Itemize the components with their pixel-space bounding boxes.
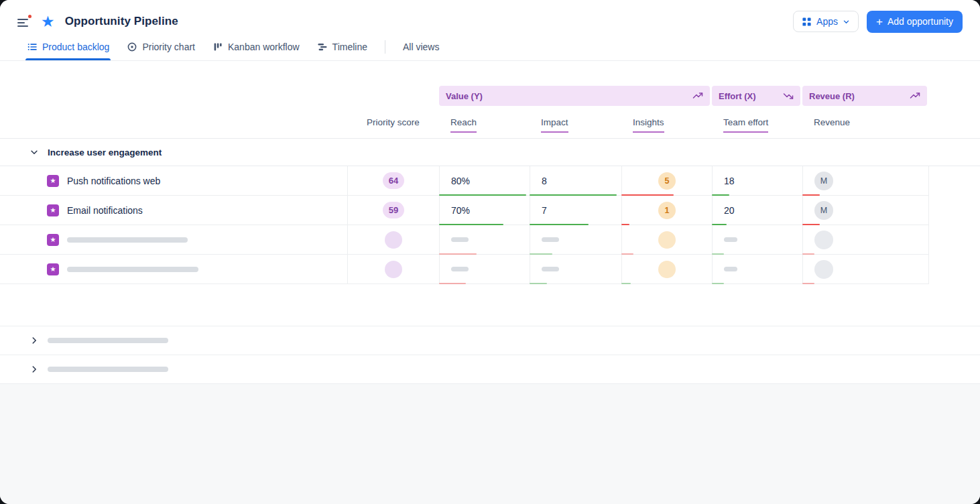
priority-score-cell: 64: [347, 166, 439, 196]
opportunity-star-icon: ★: [47, 175, 59, 187]
chevron-down-icon: [29, 147, 39, 157]
table-row[interactable]: ★ Push notifications web 64 80% 8 5 18: [0, 166, 929, 196]
reach-cell[interactable]: 70%: [439, 196, 530, 225]
cell-trend-line: [530, 283, 547, 284]
column-header-reach[interactable]: Reach: [439, 112, 530, 133]
opportunity-star-icon: ★: [47, 263, 59, 275]
apps-button-label: Apps: [816, 16, 838, 27]
tab-divider: [385, 40, 385, 54]
tab-kanban-workflow[interactable]: Kanban workflow: [212, 34, 300, 60]
priority-score-badge: 59: [383, 202, 404, 218]
add-opportunity-button[interactable]: + Add opportunity: [867, 11, 963, 33]
skeleton-insights-badge: [658, 261, 676, 278]
opportunity-star-icon: ★: [47, 234, 59, 246]
trend-down-icon: [783, 90, 794, 101]
reach-cell[interactable]: 80%: [439, 166, 530, 196]
insights-cell: [621, 255, 712, 284]
reach-cell: [439, 225, 530, 255]
team-effort-cell[interactable]: 18: [712, 166, 802, 196]
insights-cell: [621, 225, 712, 255]
column-group-value[interactable]: Value (Y): [439, 86, 710, 106]
priority-score-cell: [347, 255, 439, 284]
column-group-label: Effort (X): [719, 91, 756, 101]
revenue-cell: [802, 225, 929, 255]
sidebar-menu-button[interactable]: [17, 15, 31, 27]
header-top-bar: ★ Opportunity Pipeline Apps + Add opport…: [0, 0, 980, 34]
apps-button[interactable]: Apps: [793, 11, 859, 32]
table-row-loading[interactable]: ★: [0, 225, 929, 255]
add-opportunity-label: Add opportunity: [887, 16, 953, 27]
view-tabs: Product backlog Priority chart Kanban wo…: [0, 34, 980, 60]
insights-cell[interactable]: 5: [621, 166, 712, 196]
insights-badge: 1: [658, 202, 676, 219]
app-window: ★ Opportunity Pipeline Apps + Add opport…: [0, 0, 980, 504]
page-title: Opportunity Pipeline: [65, 15, 178, 28]
team-effort-cell: [712, 255, 802, 284]
insights-cell[interactable]: 1: [621, 196, 712, 225]
cell-trend-line: [712, 283, 724, 284]
cell-trend-line: [621, 283, 631, 284]
column-header-insights[interactable]: Insights: [621, 112, 712, 133]
revenue-badge: M: [814, 201, 833, 220]
workspace-star-icon: ★: [41, 14, 55, 29]
header-right: Apps + Add opportunity: [793, 11, 963, 33]
team-effort-cell: [712, 225, 802, 255]
table-row-loading[interactable]: ★: [0, 255, 929, 284]
trend-up-icon: [692, 90, 703, 101]
table-row[interactable]: ★ Email notifications 59 70% 7 1 20: [0, 196, 929, 225]
trend-up-icon: [910, 90, 920, 101]
app-header: ★ Opportunity Pipeline Apps + Add opport…: [0, 0, 980, 61]
column-group-effort[interactable]: Effort (X): [712, 86, 800, 106]
skeleton-value: [724, 237, 737, 242]
tab-label: All views: [403, 42, 439, 52]
tab-product-backlog[interactable]: Product backlog: [27, 34, 109, 60]
opportunity-name-cell[interactable]: ★ Push notifications web: [0, 166, 347, 196]
notification-dot: [27, 13, 33, 19]
tab-label: Kanban workflow: [228, 42, 300, 52]
priority-score-cell: 59: [347, 196, 439, 225]
target-icon: [127, 42, 137, 52]
band-spacer: [0, 86, 439, 106]
skeleton-value: [451, 267, 469, 271]
team-effort-cell[interactable]: 20: [712, 196, 802, 225]
group-title: Increase user engagement: [48, 147, 162, 158]
skeleton-value: [724, 267, 737, 271]
collapsed-group-row[interactable]: [0, 355, 980, 383]
column-header-impact[interactable]: Impact: [530, 112, 621, 133]
skeleton-value: [542, 267, 559, 271]
revenue-cell[interactable]: M: [802, 196, 929, 225]
column-group-revenue[interactable]: Reveue (R): [802, 86, 927, 106]
column-header-team-effort[interactable]: Team effort: [712, 112, 802, 133]
collapsed-group-row[interactable]: [0, 326, 980, 355]
column-header-priority-score[interactable]: Priority score: [347, 117, 439, 127]
priority-score-badge: 64: [383, 172, 404, 189]
revenue-cell: [802, 255, 929, 284]
opportunity-name: Push notifications web: [67, 176, 160, 186]
backlog-list-icon: [27, 42, 38, 52]
header-left: ★ Opportunity Pipeline: [17, 14, 178, 29]
column-header-revenue[interactable]: Revenue: [802, 117, 929, 127]
empty-background-area: [0, 383, 980, 504]
skeleton-insights-badge: [658, 231, 676, 249]
revenue-badge: M: [814, 172, 833, 190]
impact-cell[interactable]: 8: [530, 166, 621, 196]
chevron-right-icon: [29, 365, 39, 374]
chevron-right-icon: [29, 336, 39, 345]
impact-cell: [530, 255, 621, 284]
group-row-increase-user-engagement[interactable]: Increase user engagement: [0, 138, 980, 166]
column-group-label: Value (Y): [446, 91, 483, 101]
revenue-cell[interactable]: M: [802, 166, 929, 196]
tab-timeline[interactable]: Timeline: [317, 34, 367, 60]
skeleton-text: [67, 237, 188, 243]
tab-label: Product backlog: [42, 42, 109, 52]
skeleton-score-badge: [385, 261, 402, 278]
tab-priority-chart[interactable]: Priority chart: [127, 34, 195, 60]
skeleton-text: [67, 267, 198, 272]
table-area: Value (Y) Effort (X) Reveue (R): [0, 61, 980, 504]
hamburger-icon: [17, 19, 28, 20]
tab-all-views[interactable]: All views: [403, 34, 439, 60]
column-header-row: Priority score Reach Impact Insights Tea…: [0, 106, 929, 138]
opportunity-name-cell[interactable]: ★ Email notifications: [0, 196, 347, 225]
impact-cell[interactable]: 7: [530, 196, 621, 225]
cell-trend-line: [802, 283, 814, 284]
